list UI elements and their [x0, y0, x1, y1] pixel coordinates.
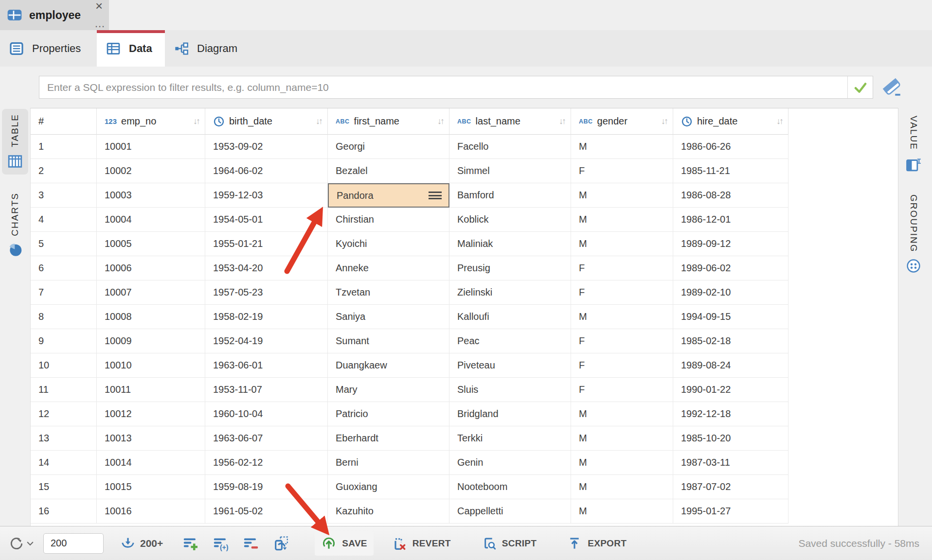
row-number-cell[interactable]: 12: [31, 402, 97, 426]
cell-last_name[interactable]: Peac: [449, 329, 571, 353]
row-number-cell[interactable]: 1: [31, 135, 97, 159]
delete-row-icon[interactable]: [243, 535, 259, 552]
cell-gender[interactable]: M: [571, 402, 673, 426]
cell-hire_date[interactable]: 1989-06-02: [673, 256, 789, 280]
cell-birth_date[interactable]: 1958-02-19: [205, 305, 328, 329]
cell-gender[interactable]: M: [571, 208, 673, 232]
cell-last_name[interactable]: Zielinski: [449, 280, 571, 305]
tab-data[interactable]: Data: [97, 30, 165, 67]
column-header-last_name[interactable]: ABC last_name ↓↑: [449, 108, 571, 135]
cell-hire_date[interactable]: 1989-02-10: [673, 280, 789, 305]
cell-birth_date[interactable]: 1956-02-12: [205, 451, 328, 475]
row-number-cell[interactable]: 11: [31, 378, 97, 402]
refresh-button[interactable]: [9, 536, 34, 551]
cell-emp_no[interactable]: 10004: [97, 208, 205, 232]
selected-cell[interactable]: Pandora: [328, 183, 449, 208]
row-number-cell[interactable]: 2: [31, 159, 97, 183]
cell-birth_date[interactable]: 1959-12-03: [205, 183, 328, 208]
row-number-cell[interactable]: 4: [31, 208, 97, 232]
cell-birth_date[interactable]: 1955-01-21: [205, 232, 328, 256]
apply-filter-button[interactable]: [847, 76, 873, 98]
cell-last_name[interactable]: Bamford: [449, 183, 571, 208]
cell-gender[interactable]: M: [571, 499, 673, 524]
column-header-hire_date[interactable]: hire_date ↓↑: [673, 108, 789, 135]
cell-last_name[interactable]: Sluis: [449, 378, 571, 402]
cell-emp_no[interactable]: 10007: [97, 280, 205, 305]
cell-last_name[interactable]: Preusig: [449, 256, 571, 280]
cell-birth_date[interactable]: 1961-05-02: [205, 499, 328, 524]
cell-birth_date[interactable]: 1952-04-19: [205, 329, 328, 353]
cell-hire_date[interactable]: 1985-10-20: [673, 426, 789, 451]
cell-last_name[interactable]: Facello: [449, 135, 571, 159]
cell-first_name[interactable]: Berni: [328, 451, 449, 475]
cell-emp_no[interactable]: 10011: [97, 378, 205, 402]
cell-first_name[interactable]: Saniya: [328, 305, 449, 329]
cell-last_name[interactable]: Genin: [449, 451, 571, 475]
sort-icon[interactable]: ↓↑: [437, 116, 443, 126]
tab-properties[interactable]: Properties: [0, 30, 97, 67]
sort-icon[interactable]: ↓↑: [776, 116, 782, 126]
cell-first_name[interactable]: Anneke: [328, 256, 449, 280]
cell-last_name[interactable]: Nooteboom: [449, 475, 571, 499]
cell-birth_date[interactable]: 1953-04-20: [205, 256, 328, 280]
cell-first_name[interactable]: Chirstian: [328, 208, 449, 232]
cell-hire_date[interactable]: 1985-02-18: [673, 329, 789, 353]
revert-button[interactable]: REVERT: [385, 531, 457, 556]
tab-diagram[interactable]: Diagram: [165, 30, 251, 67]
export-button[interactable]: EXPORT: [560, 531, 633, 556]
cell-gender[interactable]: F: [571, 329, 673, 353]
row-number-cell[interactable]: 5: [31, 232, 97, 256]
save-button[interactable]: SAVE: [315, 531, 374, 556]
cell-last_name[interactable]: Piveteau: [449, 353, 571, 378]
cell-emp_no[interactable]: 10012: [97, 402, 205, 426]
cell-emp_no[interactable]: 10006: [97, 256, 205, 280]
cell-birth_date[interactable]: 1954-05-01: [205, 208, 328, 232]
cell-gender[interactable]: M: [571, 475, 673, 499]
sql-filter-input[interactable]: Enter a SQL expression to filter results…: [39, 76, 873, 99]
cell-hire_date[interactable]: 1986-12-01: [673, 208, 789, 232]
cell-emp_no[interactable]: 10008: [97, 305, 205, 329]
cell-gender[interactable]: F: [571, 378, 673, 402]
cell-birth_date[interactable]: 1960-10-04: [205, 402, 328, 426]
cell-hire_date[interactable]: 1986-06-26: [673, 135, 789, 159]
cell-menu-icon[interactable]: [429, 192, 442, 199]
cell-gender[interactable]: M: [571, 426, 673, 451]
cell-gender[interactable]: M: [571, 183, 673, 208]
cell-gender[interactable]: M: [571, 232, 673, 256]
cell-last_name[interactable]: Bridgland: [449, 402, 571, 426]
panel-tab-table[interactable]: TABLE: [2, 109, 28, 175]
cell-first_name[interactable]: Bezalel: [328, 159, 449, 183]
cell-birth_date[interactable]: 1963-06-07: [205, 426, 328, 451]
cell-gender[interactable]: M: [571, 305, 673, 329]
cell-last_name[interactable]: Cappelletti: [449, 499, 571, 524]
cell-first_name[interactable]: Guoxiang: [328, 475, 449, 499]
cell-hire_date[interactable]: 1986-08-28: [673, 183, 789, 208]
cell-first_name[interactable]: Georgi: [328, 135, 449, 159]
cell-birth_date[interactable]: 1957-05-23: [205, 280, 328, 305]
row-number-cell[interactable]: 7: [31, 280, 97, 305]
eraser-icon[interactable]: [881, 77, 904, 98]
sort-icon[interactable]: ↓↑: [193, 116, 199, 126]
cell-hire_date[interactable]: 1987-07-02: [673, 475, 789, 499]
cell-emp_no[interactable]: 10005: [97, 232, 205, 256]
cell-hire_date[interactable]: 1989-09-12: [673, 232, 789, 256]
row-number-cell[interactable]: 13: [31, 426, 97, 451]
cell-emp_no[interactable]: 10003: [97, 183, 205, 208]
sort-icon[interactable]: ↓↑: [316, 116, 322, 126]
panel-tab-grouping[interactable]: GROUPING: [900, 190, 927, 279]
cell-birth_date[interactable]: 1953-09-02: [205, 135, 328, 159]
cell-first_name[interactable]: Eberhardt: [328, 426, 449, 451]
cell-last_name[interactable]: Kalloufi: [449, 305, 571, 329]
column-header-emp_no[interactable]: 123 emp_no ↓↑: [97, 108, 205, 135]
cell-last_name[interactable]: Koblick: [449, 208, 571, 232]
row-number-cell[interactable]: 8: [31, 305, 97, 329]
add-row-icon[interactable]: [182, 535, 199, 552]
cell-gender[interactable]: F: [571, 159, 673, 183]
column-header-birth_date[interactable]: birth_date ↓↑: [205, 108, 328, 135]
cell-gender[interactable]: F: [571, 353, 673, 378]
cell-emp_no[interactable]: 10001: [97, 135, 205, 159]
panel-tab-value[interactable]: VALUE: [900, 111, 927, 177]
cell-birth_date[interactable]: 1953-11-07: [205, 378, 328, 402]
row-number-cell[interactable]: 6: [31, 256, 97, 280]
refresh-row-icon[interactable]: [273, 535, 289, 552]
